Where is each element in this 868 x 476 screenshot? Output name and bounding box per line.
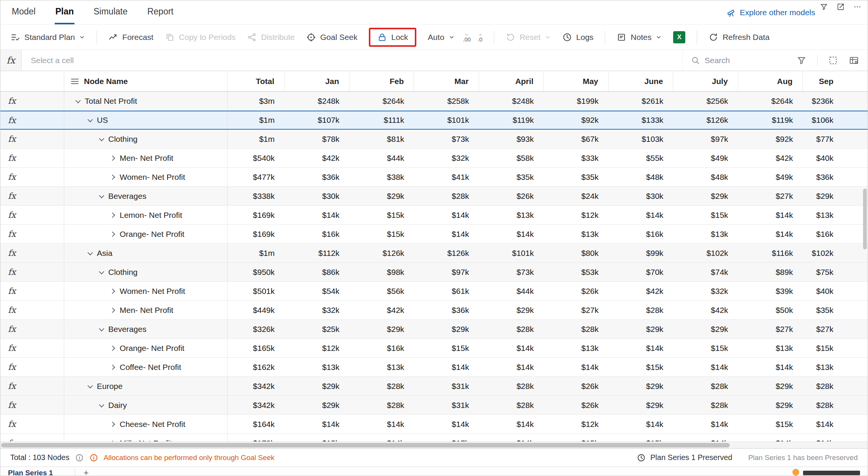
header-node-name[interactable]: Node Name bbox=[64, 71, 228, 91]
node-name-cell[interactable]: Asia bbox=[64, 244, 228, 262]
value-cell[interactable]: $116k bbox=[738, 244, 803, 262]
value-cell[interactable]: $49k bbox=[673, 149, 738, 167]
node-name-cell[interactable]: Clothing bbox=[64, 130, 228, 148]
table-row[interactable]: fxBeverages$338k$30k$29k$28k$26k$24k$30k… bbox=[0, 187, 868, 206]
value-cell[interactable]: $256k bbox=[673, 92, 738, 110]
value-cell[interactable]: $28k bbox=[544, 320, 609, 338]
value-cell[interactable]: $27k bbox=[738, 187, 803, 205]
node-name-cell[interactable]: Men- Net Profit bbox=[64, 149, 228, 167]
row-fx-icon[interactable]: fx bbox=[0, 434, 64, 441]
value-cell[interactable]: $342k bbox=[228, 377, 285, 395]
value-cell[interactable]: $119k bbox=[738, 111, 803, 129]
info-icon[interactable] bbox=[75, 453, 84, 462]
value-cell[interactable]: $14k bbox=[285, 415, 349, 433]
value-cell[interactable]: $86k bbox=[285, 263, 349, 281]
value-cell[interactable]: $36k bbox=[803, 168, 868, 186]
value-cell[interactable]: $49k bbox=[738, 168, 803, 186]
value-cell[interactable]: $99k bbox=[609, 244, 674, 262]
value-cell[interactable]: $28k bbox=[803, 396, 868, 414]
value-cell[interactable]: $40k bbox=[803, 282, 868, 300]
value-cell[interactable]: $12k bbox=[544, 415, 609, 433]
row-fx-icon[interactable]: fx bbox=[0, 225, 64, 243]
value-cell[interactable]: $13k bbox=[738, 339, 803, 357]
value-cell[interactable]: $42k bbox=[609, 282, 674, 300]
horizontal-scrollbar[interactable] bbox=[0, 441, 868, 448]
header-june[interactable]: June bbox=[609, 71, 674, 91]
value-cell[interactable]: $56k bbox=[349, 282, 414, 300]
value-cell[interactable]: $13k bbox=[479, 206, 544, 224]
value-cell[interactable]: $25k bbox=[285, 320, 349, 338]
value-cell[interactable]: $29k bbox=[609, 396, 674, 414]
chevron-right-icon[interactable] bbox=[110, 364, 115, 370]
table-row[interactable]: fxCheese- Net Profit$164k$14k$14k$14k$14… bbox=[0, 415, 868, 434]
value-cell[interactable]: $13k bbox=[544, 225, 609, 243]
node-name-cell[interactable]: Women- Net Profit bbox=[64, 168, 228, 186]
value-cell[interactable]: $169k bbox=[228, 225, 285, 243]
value-cell[interactable]: $74k bbox=[673, 263, 738, 281]
notes-dropdown[interactable]: Notes bbox=[617, 32, 662, 42]
value-cell[interactable]: $13k bbox=[803, 358, 868, 376]
value-cell[interactable]: $38k bbox=[349, 168, 414, 186]
value-cell[interactable]: $15k bbox=[803, 339, 868, 357]
value-cell[interactable]: $26k bbox=[479, 187, 544, 205]
value-cell[interactable]: $3m bbox=[228, 92, 285, 110]
standard-plan-dropdown[interactable]: Standard Plan bbox=[10, 32, 85, 42]
value-cell[interactable]: $36k bbox=[414, 301, 479, 319]
value-cell[interactable]: $15k bbox=[738, 415, 803, 433]
value-cell[interactable]: $501k bbox=[228, 282, 285, 300]
value-cell[interactable]: $26k bbox=[544, 282, 609, 300]
value-cell[interactable]: $58k bbox=[479, 149, 544, 167]
value-cell[interactable]: $106k bbox=[803, 111, 868, 129]
export-excel-button[interactable]: X bbox=[673, 31, 685, 43]
header-sep[interactable]: Sep bbox=[803, 71, 868, 91]
value-cell[interactable]: $16k bbox=[803, 225, 868, 243]
value-cell[interactable]: $14k bbox=[479, 339, 544, 357]
row-fx-icon[interactable]: fx bbox=[0, 92, 64, 110]
value-cell[interactable]: $28k bbox=[479, 320, 544, 338]
chevron-right-icon[interactable] bbox=[110, 307, 115, 313]
value-cell[interactable]: $48k bbox=[609, 168, 674, 186]
value-cell[interactable]: $236k bbox=[803, 92, 868, 110]
value-cell[interactable]: $89k bbox=[738, 263, 803, 281]
horizontal-scrollbar-thumb[interactable] bbox=[1, 443, 730, 447]
table-row[interactable]: fxCoffee- Net Profit$162k$13k$13k$14k$14… bbox=[0, 358, 868, 377]
row-fx-icon[interactable]: fx bbox=[0, 415, 64, 433]
value-cell[interactable]: $199k bbox=[544, 92, 609, 110]
value-cell[interactable]: $248k bbox=[285, 92, 349, 110]
value-cell[interactable]: $13k bbox=[803, 206, 868, 224]
value-cell[interactable]: $14k bbox=[738, 434, 803, 441]
value-cell[interactable]: $14k bbox=[414, 225, 479, 243]
row-fx-icon[interactable]: fx bbox=[0, 377, 64, 395]
node-name-cell[interactable]: Women- Net Profit bbox=[64, 282, 228, 300]
row-fx-icon[interactable]: fx bbox=[0, 244, 64, 262]
value-cell[interactable]: $16k bbox=[285, 225, 349, 243]
value-cell[interactable]: $14k bbox=[738, 225, 803, 243]
header-total[interactable]: Total bbox=[228, 71, 285, 91]
value-cell[interactable]: $126k bbox=[414, 244, 479, 262]
value-cell[interactable]: $119k bbox=[479, 111, 544, 129]
value-cell[interactable]: $326k bbox=[228, 320, 285, 338]
value-cell[interactable]: $28k bbox=[673, 396, 738, 414]
value-cell[interactable]: $28k bbox=[803, 377, 868, 395]
value-cell[interactable]: $14k bbox=[673, 434, 738, 441]
value-cell[interactable]: $31k bbox=[414, 396, 479, 414]
table-row[interactable]: fxMilk- Net Profit$178k$15k$14k$17k$14k$… bbox=[0, 434, 868, 441]
node-name-cell[interactable]: Europe bbox=[64, 377, 228, 395]
value-cell[interactable]: $27k bbox=[803, 320, 868, 338]
value-cell[interactable]: $13k bbox=[285, 358, 349, 376]
lock-button[interactable]: Lock bbox=[377, 32, 408, 42]
value-cell[interactable]: $26k bbox=[544, 396, 609, 414]
refresh-data-button[interactable]: Refresh Data bbox=[708, 32, 770, 42]
table-filter-icon[interactable] bbox=[797, 56, 806, 65]
table-row[interactable]: fxMen- Net Profit$540k$42k$44k$32k$58k$3… bbox=[0, 149, 868, 168]
value-cell[interactable]: $14k bbox=[479, 358, 544, 376]
value-cell[interactable]: $97k bbox=[414, 263, 479, 281]
chevron-right-icon[interactable] bbox=[110, 345, 115, 351]
value-cell[interactable]: $29k bbox=[285, 377, 349, 395]
goal-seek-button[interactable]: Goal Seek bbox=[306, 32, 357, 42]
forecast-button[interactable]: Forecast bbox=[108, 32, 153, 42]
expand-icon[interactable] bbox=[836, 3, 845, 11]
value-cell[interactable]: $97k bbox=[673, 130, 738, 148]
chevron-down-icon[interactable] bbox=[87, 250, 93, 255]
auto-dropdown[interactable]: Auto bbox=[428, 33, 454, 42]
